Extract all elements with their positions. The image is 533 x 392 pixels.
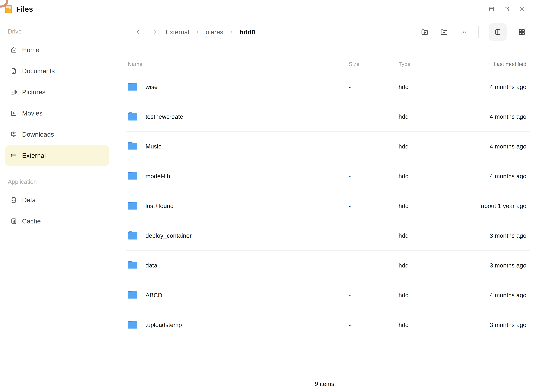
file-name-cell: model-lib <box>128 171 342 182</box>
folder-icon <box>128 230 139 241</box>
forward-button[interactable] <box>150 28 158 36</box>
minus-icon <box>473 6 479 12</box>
downloads-icon <box>10 131 17 138</box>
file-name-cell: deploy_container <box>128 230 342 241</box>
sidebar-item-label: Cache <box>22 218 41 225</box>
file-type: hdd <box>393 113 451 120</box>
table-row[interactable]: Music - hdd 4 months ago <box>125 132 530 161</box>
file-modified: 4 months ago <box>451 143 526 150</box>
file-name-cell: data <box>128 260 342 271</box>
sidebar-item-documents[interactable]: Documents <box>5 61 109 81</box>
file-name: data <box>145 262 157 269</box>
sidebar-item-cache[interactable]: Cache <box>5 211 109 231</box>
file-name: Music <box>145 143 161 150</box>
file-name: wise <box>145 84 158 90</box>
grid-view-icon <box>518 28 525 36</box>
back-button[interactable] <box>135 28 143 36</box>
content-area: External olares hdd0 <box>116 18 533 392</box>
sidebar-item-downloads[interactable]: Downloads <box>5 124 109 145</box>
open-in-new-window-button[interactable] <box>504 6 510 12</box>
more-options-button[interactable] <box>459 28 468 37</box>
file-type: hdd <box>393 143 451 150</box>
sidebar-item-label: Data <box>22 196 36 204</box>
file-modified: 4 months ago <box>451 173 526 180</box>
sidebar-item-label: Pictures <box>22 89 45 96</box>
table-row[interactable]: ABCD - hdd 4 months ago <box>125 280 530 310</box>
files-app-icon <box>5 5 12 14</box>
sidebar-item-label: Movies <box>22 110 42 117</box>
minimize-button[interactable] <box>473 6 480 12</box>
folder-icon <box>128 171 139 182</box>
maximize-button[interactable] <box>488 6 495 12</box>
grid-view-button[interactable] <box>513 23 531 41</box>
file-size: - <box>342 173 393 180</box>
close-button[interactable] <box>519 6 526 12</box>
file-modified: 4 months ago <box>451 113 526 120</box>
sidebar-item-label: Downloads <box>22 131 54 138</box>
close-icon <box>519 6 525 12</box>
popout-icon <box>504 6 510 12</box>
view-toggle-group <box>489 23 531 41</box>
arrow-left-icon <box>135 28 143 36</box>
breadcrumb: External olares hdd0 <box>166 28 255 36</box>
header-name[interactable]: Name <box>128 61 342 67</box>
table-row[interactable]: data - hdd 3 months ago <box>125 251 530 280</box>
document-icon <box>10 67 17 75</box>
file-modified: 3 months ago <box>451 232 526 239</box>
file-modified: 3 months ago <box>451 322 526 328</box>
pictures-icon <box>10 89 17 96</box>
file-list: Name Size Type Last modified <box>125 42 530 340</box>
list-view-button[interactable] <box>489 23 507 41</box>
folder-icon <box>128 319 139 331</box>
header-size[interactable]: Size <box>342 61 393 67</box>
breadcrumb-item-olares[interactable]: olares <box>206 28 223 36</box>
sidebar-item-pictures[interactable]: Pictures <box>5 82 109 102</box>
main-area: Drive Home Documents <box>0 18 533 392</box>
cache-icon <box>10 218 17 225</box>
breadcrumb-item-external[interactable]: External <box>166 28 189 36</box>
file-type: hdd <box>393 292 451 299</box>
table-row[interactable]: model-lib - hdd 4 months ago <box>125 161 530 191</box>
sidebar-item-external[interactable]: External <box>5 145 109 166</box>
new-folder-button[interactable] <box>440 28 449 37</box>
file-name-cell: testnewcreate <box>128 111 342 122</box>
table-row[interactable]: deploy_container - hdd 3 months ago <box>125 221 530 251</box>
file-type: hdd <box>393 84 451 90</box>
sidebar-item-label: Documents <box>22 67 55 75</box>
file-size: - <box>342 113 393 120</box>
file-size: - <box>342 322 393 328</box>
folder-icon <box>128 81 139 93</box>
file-size: - <box>342 202 393 210</box>
header-type[interactable]: Type <box>393 61 451 67</box>
toolbar: External olares hdd0 <box>116 23 533 42</box>
status-bar: 9 items <box>116 376 533 392</box>
toolbar-actions <box>420 23 531 41</box>
hard-drive-icon <box>10 152 17 159</box>
table-row[interactable]: lost+found - hdd about 1 year ago <box>125 191 530 221</box>
header-last-modified-label: Last modified <box>494 61 526 67</box>
sidebar-item-home[interactable]: Home <box>5 40 109 60</box>
folder-plus-icon <box>440 28 448 36</box>
chevron-right-icon <box>195 29 200 35</box>
file-name-cell: .uploadstemp <box>128 319 342 331</box>
file-size: - <box>342 292 393 299</box>
arrow-up-icon <box>486 61 492 67</box>
file-modified: about 1 year ago <box>451 202 526 210</box>
file-name: ABCD <box>145 292 162 299</box>
upload-button[interactable] <box>420 28 429 37</box>
table-row[interactable]: .uploadstemp - hdd 3 months ago <box>125 310 530 340</box>
folder-icon <box>128 290 139 301</box>
sidebar-item-data[interactable]: Data <box>5 190 109 210</box>
file-name: deploy_container <box>145 232 192 239</box>
file-name-cell: lost+found <box>128 201 342 211</box>
folder-icon <box>128 260 139 271</box>
file-type: hdd <box>393 232 451 239</box>
table-row[interactable]: wise - hdd 4 months ago <box>125 72 530 102</box>
file-type: hdd <box>393 262 451 269</box>
sidebar-item-movies[interactable]: Movies <box>5 103 109 123</box>
file-name: model-lib <box>145 173 170 180</box>
table-row[interactable]: testnewcreate - hdd 4 months ago <box>125 102 530 132</box>
file-name-cell: ABCD <box>128 290 342 301</box>
header-last-modified[interactable]: Last modified <box>451 61 526 67</box>
file-name: lost+found <box>145 202 174 210</box>
